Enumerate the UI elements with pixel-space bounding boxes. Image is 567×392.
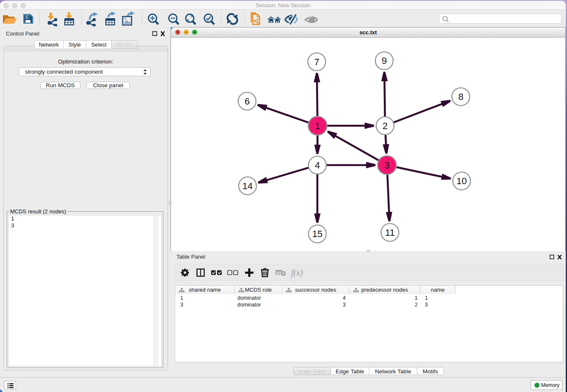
svg-text:f(x): f(x) (291, 268, 303, 278)
svg-text:1: 1 (315, 121, 320, 131)
svg-text:3: 3 (384, 160, 389, 171)
svg-text:2: 2 (383, 121, 388, 131)
svg-text:8: 8 (458, 91, 463, 102)
svg-text:10: 10 (457, 176, 467, 186)
svg-text:6: 6 (245, 96, 250, 107)
svg-text:15: 15 (312, 229, 322, 239)
svg-text:14: 14 (242, 181, 253, 191)
svg-text:9: 9 (382, 55, 387, 66)
svg-text:11: 11 (385, 227, 395, 238)
svg-text:7: 7 (314, 57, 319, 67)
svg-text:4: 4 (315, 160, 320, 171)
